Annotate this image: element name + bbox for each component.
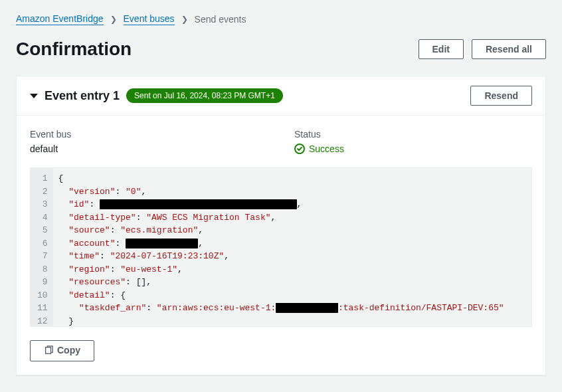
event-bus-value: default [30, 144, 268, 154]
panel-body: Event bus default Status Success 1 2 3 4… [17, 116, 545, 375]
code-content: { "version": "0", "id": "███████████████… [53, 168, 531, 326]
success-check-icon [294, 144, 305, 154]
breadcrumb-current: Send events [195, 14, 246, 25]
timestamp-badge: Sent on Jul 16, 2024, 08:23 PM GMT+1 [126, 88, 283, 103]
caret-down-icon[interactable] [30, 94, 38, 98]
copy-label: Copy [57, 345, 80, 355]
resend-button[interactable]: Resend [470, 86, 532, 106]
panel-header: Event entry 1 Sent on Jul 16, 2024, 08:2… [17, 76, 545, 116]
breadcrumb-root[interactable]: Amazon EventBridge [16, 13, 104, 25]
event-bus-label: Event bus [30, 129, 268, 140]
breadcrumb: Amazon EventBridge ❯ Event buses ❯ Send … [16, 13, 546, 25]
entry-title: Event entry 1 [45, 89, 120, 103]
status-value: Success [294, 144, 532, 154]
page-header: Confirmation Edit Resend all [16, 39, 546, 60]
copy-icon [44, 345, 53, 357]
status-text: Success [309, 144, 344, 154]
chevron-right-icon: ❯ [110, 15, 117, 24]
event-json-code[interactable]: 1 2 3 4 5 6 7 8 9 10 11 12 13 { "version… [30, 167, 532, 327]
header-actions: Edit Resend all [419, 39, 546, 59]
status-label: Status [294, 129, 532, 140]
chevron-right-icon: ❯ [181, 15, 188, 24]
event-entry-panel: Event entry 1 Sent on Jul 16, 2024, 08:2… [16, 76, 546, 375]
page-title: Confirmation [16, 39, 132, 60]
edit-button[interactable]: Edit [419, 39, 464, 59]
breadcrumb-buses[interactable]: Event buses [124, 13, 175, 25]
resend-all-button[interactable]: Resend all [472, 39, 546, 59]
svg-rect-1 [46, 347, 51, 353]
code-gutter: 1 2 3 4 5 6 7 8 9 10 11 12 13 [31, 168, 53, 326]
copy-button[interactable]: Copy [30, 340, 94, 361]
